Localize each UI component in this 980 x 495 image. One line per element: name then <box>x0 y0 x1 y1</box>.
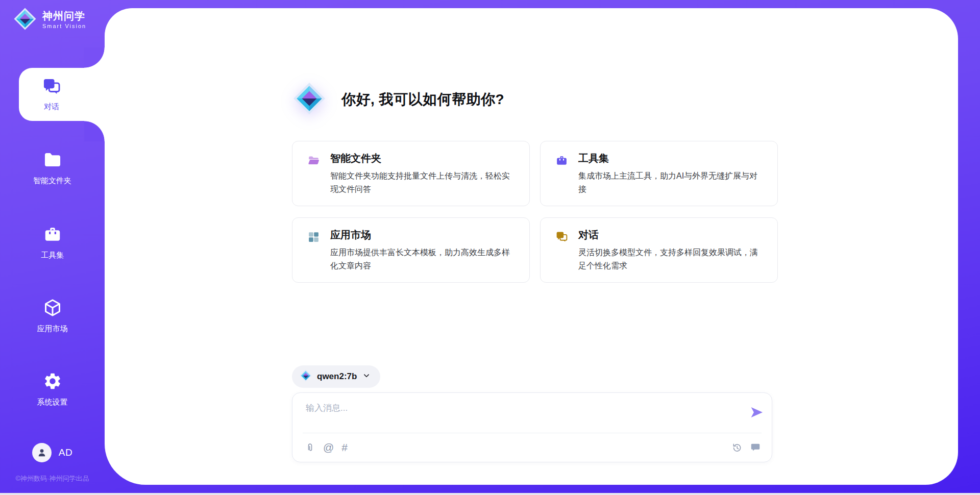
card-toolset[interactable]: 工具集 集成市场上主流工具，助力AI与外界无缝扩展与对接 <box>540 141 778 206</box>
card-description: 智能文件夹功能支持批量文件上传与清洗，轻松实现文件问答 <box>330 169 516 195</box>
card-title: 应用市场 <box>330 228 371 242</box>
sidebar-item-label: 系统设置 <box>37 398 68 407</box>
quick-phrases-button[interactable] <box>750 442 761 453</box>
card-title: 对话 <box>578 228 599 242</box>
toolbox-icon <box>43 225 62 246</box>
composer: @ # <box>292 392 772 462</box>
app-title: 神州问学 <box>42 10 86 21</box>
page-bottom-edge <box>0 493 980 495</box>
sidebar-item-settings[interactable]: 系统设置 <box>0 372 105 407</box>
card-description: 灵活切换多模型文件，支持多样回复效果调试，满足个性化需求 <box>578 246 764 272</box>
card-chat[interactable]: 对话 灵活切换多模型文件，支持多样回复效果调试，满足个性化需求 <box>540 217 778 283</box>
card-description: 应用市场提供丰富长文本模板，助力高效生成多样化文章内容 <box>330 246 516 272</box>
cube-icon <box>43 298 62 319</box>
card-title: 智能文件夹 <box>330 152 381 165</box>
history-button[interactable] <box>731 442 742 453</box>
chevron-down-icon <box>362 371 371 382</box>
history-icon <box>731 442 742 453</box>
sidebar-item-label: 工具集 <box>41 251 64 260</box>
model-name: qwen2:7b <box>317 372 357 382</box>
gear-icon <box>43 372 62 393</box>
message-input[interactable] <box>306 402 734 429</box>
sidebar-item-app-market[interactable]: 应用市场 <box>0 298 105 334</box>
hash-button[interactable]: # <box>341 442 348 453</box>
chat-bubble-icon <box>750 442 761 453</box>
paperclip-icon <box>305 442 315 453</box>
mention-button[interactable]: @ <box>323 442 334 453</box>
brand-logo-icon <box>13 7 37 33</box>
sidebar-item-toolset[interactable]: 工具集 <box>0 225 105 260</box>
brand-diamond-icon <box>300 369 312 384</box>
greeting: 你好, 我可以如何帮助你? <box>292 82 504 117</box>
tab-curve-top <box>84 47 105 68</box>
brand: 神州问学 Smart Vision <box>13 7 86 33</box>
card-description: 集成市场上主流工具，助力AI与外界无缝扩展与对接 <box>578 169 764 195</box>
grid-icon <box>307 231 320 245</box>
sidebar-item-smart-folders[interactable]: 智能文件夹 <box>0 150 105 186</box>
main-content: 你好, 我可以如何帮助你? 智能文件夹 智能文件夹功能支持批量文件上传与清洗，轻… <box>105 8 958 485</box>
send-icon <box>750 405 764 419</box>
chat-icon <box>555 231 568 245</box>
tab-curve-bottom <box>84 121 105 141</box>
card-app-market[interactable]: 应用市场 应用市场提供丰富长文本模板，助力高效生成多样化文章内容 <box>292 217 530 283</box>
assistant-logo-icon <box>292 82 326 117</box>
card-smart-folders[interactable]: 智能文件夹 智能文件夹功能支持批量文件上传与清洗，轻松实现文件问答 <box>292 141 530 206</box>
card-title: 工具集 <box>578 152 609 165</box>
app-subtitle: Smart Vision <box>42 23 86 29</box>
sidebar-item-chat[interactable]: 对话 <box>19 68 105 121</box>
user-initials: AD <box>59 447 72 458</box>
chat-icon <box>42 77 61 98</box>
composer-divider <box>303 433 762 433</box>
user-profile[interactable]: AD <box>0 443 105 462</box>
paperclip-button[interactable] <box>305 442 315 453</box>
sidebar-item-label: 对话 <box>44 102 59 112</box>
send-button[interactable] <box>750 405 764 419</box>
toolbox-icon <box>555 154 568 169</box>
folder-icon <box>43 150 62 171</box>
copyright-text: ©神州数码·神州问学出品 <box>0 474 105 483</box>
model-selector[interactable]: qwen2:7b <box>292 365 380 388</box>
avatar <box>32 443 52 462</box>
feature-cards: 智能文件夹 智能文件夹功能支持批量文件上传与清洗，轻松实现文件问答 工具集 集成… <box>292 141 778 283</box>
sidebar-item-label: 智能文件夹 <box>33 176 71 186</box>
sidebar-item-label: 应用市场 <box>37 324 68 334</box>
greeting-text: 你好, 我可以如何帮助你? <box>341 90 504 109</box>
folder-icon <box>307 154 320 169</box>
